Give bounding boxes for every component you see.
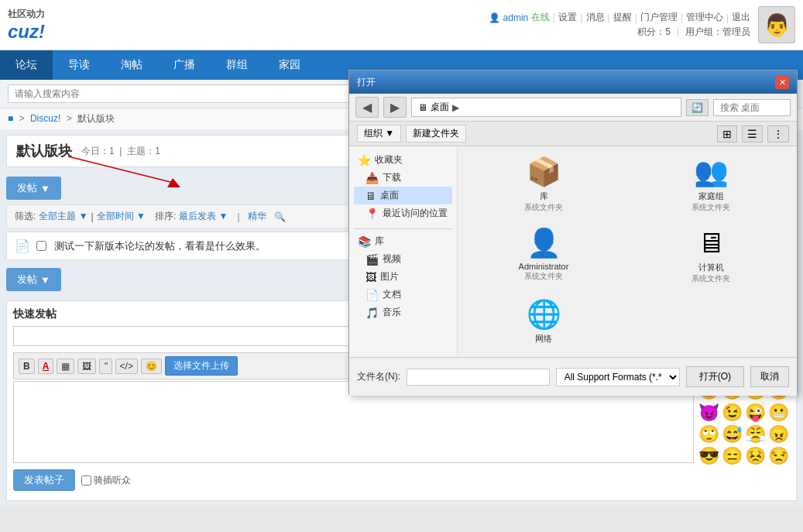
sidebar-item-downloads[interactable]: 📥 下载 [354, 169, 452, 187]
emoji-6[interactable]: 😉 [722, 403, 743, 423]
filter-sort[interactable]: 最后发表 ▼ [179, 210, 228, 223]
nav-item-home[interactable]: 家园 [263, 50, 316, 80]
toolbar-image-btn[interactable]: 🖼 [77, 359, 96, 374]
dialog-back-btn[interactable]: ◀ [355, 97, 379, 118]
link-messages[interactable]: 消息 [586, 11, 605, 24]
emoji-16[interactable]: 😒 [768, 446, 790, 466]
filter-all-topics[interactable]: 全部主题 ▼ [39, 210, 88, 223]
dialog-sidebar: ⭐ 收藏夹 📥 下载 🖥 桌面 📍 最近访问的位置 [349, 146, 458, 357]
thread-checkbox[interactable] [36, 241, 46, 251]
emoji-12[interactable]: 😠 [768, 424, 790, 444]
view-mode-btn[interactable]: ⊞ [717, 125, 737, 142]
dialog-forward-btn[interactable]: ▶ [383, 97, 407, 118]
username[interactable]: admin [503, 12, 529, 23]
link-admin[interactable]: 管理中心 [686, 11, 723, 24]
file-dialog: 打开 ✕ ◀ ▶ 🖥 桌面 ▶ 🔄 组织 ▼ 新建文件夹 ⊞ ☰ ⋮ ⭐ 收藏夹 [348, 70, 798, 395]
breadcrumb-home[interactable]: ■ [8, 113, 13, 124]
emoji-11[interactable]: 😤 [745, 424, 767, 444]
sidebar-item-desktop[interactable]: 🖥 桌面 [354, 187, 452, 204]
filter-highlight[interactable]: 精华 [248, 210, 266, 223]
library-file-icon: 📦 [527, 156, 561, 188]
emoji-7[interactable]: 😜 [745, 403, 767, 423]
path-refresh-btn[interactable]: 🔄 [686, 99, 709, 116]
downloads-icon: 📥 [365, 172, 379, 184]
emoji-14[interactable]: 😑 [722, 446, 743, 466]
cancel-btn[interactable]: 取消 [750, 366, 789, 387]
video-label: 视频 [383, 252, 401, 266]
view-more-btn[interactable]: ⋮ [767, 125, 789, 142]
toolbar-quote-btn[interactable]: " [99, 359, 112, 374]
emoji-15[interactable]: 😣 [745, 446, 767, 466]
path-arrow: ▶ [452, 102, 459, 113]
link-reminders[interactable]: 提醒 [613, 11, 632, 24]
emoji-10[interactable]: 😅 [722, 424, 743, 444]
format-select[interactable]: All Support Formats (*.*) [556, 368, 680, 386]
post-button-2[interactable]: 发帖 ▼ [6, 268, 61, 291]
sidebar-item-documents[interactable]: 📄 文档 [354, 286, 452, 304]
sidebar-item-music[interactable]: 🎵 音乐 [354, 304, 452, 321]
library-file-label: 库系统文件夹 [524, 190, 563, 213]
nav-item-taotie[interactable]: 淘帖 [105, 50, 158, 80]
emoji-13[interactable]: 😎 [698, 446, 720, 466]
toolbar-code-btn[interactable]: </> [115, 359, 138, 374]
dialog-toolbar: ◀ ▶ 🖥 桌面 ▶ 🔄 [349, 94, 797, 122]
sidebar-item-library[interactable]: 📚 库 [354, 232, 452, 250]
filename-input[interactable] [407, 369, 550, 386]
toolbar-emoji-btn[interactable]: 😊 [141, 359, 162, 374]
link-logout[interactable]: 退出 [732, 11, 750, 24]
nav-item-guide[interactable]: 导读 [53, 50, 105, 80]
toolbar-color-btn[interactable]: A [38, 359, 54, 374]
favorites-label: 收藏夹 [375, 153, 403, 166]
subscribe-checkbox[interactable] [81, 475, 91, 486]
score-label: 积分：5 [637, 26, 671, 39]
logo-bottom: cuz! [8, 21, 45, 43]
dialog-titlebar: 打开 ✕ [349, 70, 797, 94]
toolbar-table-btn[interactable]: ▦ [57, 359, 74, 374]
link-settings[interactable]: 设置 [558, 11, 577, 24]
view-details-btn[interactable]: ☰ [742, 125, 763, 142]
organize-btn[interactable]: 组织 ▼ [357, 125, 401, 142]
breadcrumb-discuz[interactable]: Discuz! [30, 113, 60, 124]
computer-file-label: 计算机系统文件夹 [691, 262, 730, 284]
dialog-close-btn[interactable]: ✕ [775, 75, 789, 89]
nav-item-forum[interactable]: 论坛 [0, 50, 53, 80]
network-file-label: 网络 [535, 333, 552, 345]
path-desktop-label[interactable]: 桌面 [431, 101, 449, 114]
emoji-8[interactable]: 😬 [768, 403, 790, 423]
toolbar-upload-btn[interactable]: 选择文件上传 [165, 356, 238, 376]
network-file-icon: 🌐 [527, 298, 561, 331]
nav-item-broadcast[interactable]: 广播 [158, 50, 211, 80]
toolbar-bold-btn[interactable]: B [19, 359, 35, 374]
sidebar-item-recent[interactable]: 📍 最近访问的位置 [354, 204, 452, 222]
nav-item-groups[interactable]: 群组 [211, 50, 263, 80]
pictures-label: 图片 [380, 270, 399, 283]
sidebar-item-pictures[interactable]: 🖼 图片 [354, 268, 452, 286]
new-folder-btn[interactable]: 新建文件夹 [406, 125, 466, 142]
thread-icon: 📄 [15, 239, 30, 253]
file-item-admin[interactable]: 👤 Administrator系统文件夹 [462, 222, 625, 289]
file-item-network[interactable]: 🌐 网络 [462, 293, 625, 349]
user-score-row: 积分：5 | 用户组：管理员 [637, 26, 750, 39]
avatar[interactable]: 👨 [758, 6, 795, 43]
dialog-path: 🖥 桌面 ▶ [411, 98, 681, 117]
link-portal[interactable]: 门户管理 [640, 11, 678, 24]
music-label: 音乐 [383, 306, 401, 319]
filter-label: 筛选: [15, 210, 36, 223]
filter-all-time[interactable]: 全部时间 ▼ [97, 210, 146, 223]
dialog-footer: 文件名(N): All Support Formats (*.*) 打开(O) … [349, 357, 797, 396]
sidebar-group-favorites: ⭐ 收藏夹 📥 下载 🖥 桌面 📍 最近访问的位置 [354, 151, 452, 222]
file-item-library[interactable]: 📦 库系统文件夹 [462, 151, 625, 218]
dialog-search-input[interactable] [713, 99, 791, 116]
filter-icon[interactable]: 🔍 [274, 211, 286, 222]
sidebar-item-video[interactable]: 🎬 视频 [354, 250, 452, 268]
group-label: 用户组：管理员 [685, 26, 750, 39]
file-item-family[interactable]: 👥 家庭组系统文件夹 [630, 151, 792, 218]
submit-post-btn[interactable]: 发表帖子 [13, 469, 75, 491]
file-item-computer[interactable]: 🖥 计算机系统文件夹 [630, 222, 792, 289]
desktop-icon: 🖥 [365, 190, 376, 202]
emoji-9[interactable]: 🙄 [698, 424, 720, 444]
sidebar-item-favorites[interactable]: ⭐ 收藏夹 [354, 151, 452, 169]
open-btn[interactable]: 打开(O) [686, 366, 744, 387]
desktop-label: 桌面 [380, 189, 399, 202]
emoji-5[interactable]: 😈 [698, 403, 720, 423]
